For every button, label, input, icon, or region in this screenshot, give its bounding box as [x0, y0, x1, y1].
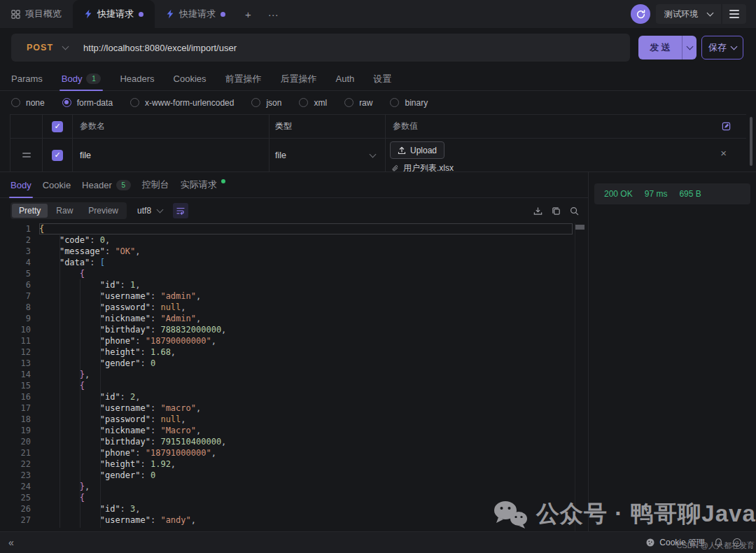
tab-label: Header	[82, 180, 112, 190]
code-line: 19 "nickname": "Macro",	[0, 425, 588, 436]
search-button[interactable]	[569, 206, 580, 216]
tab-前置操作[interactable]: 前置操作	[225, 67, 262, 90]
line-number: 12	[0, 346, 39, 358]
app-tab[interactable]: 快捷请求	[73, 0, 155, 28]
table-scrollbar[interactable]	[750, 117, 752, 166]
top-tab-bar: 项目概览快捷请求快捷请求 + ··· 测试环境	[0, 0, 756, 28]
tab-label: Cookies	[174, 74, 206, 84]
response-tab-控制台[interactable]: 控制台	[142, 172, 169, 197]
tab-label: Body	[10, 180, 31, 190]
editor-scrollbar-thumb[interactable]	[575, 225, 584, 230]
body-type-none[interactable]: none	[11, 98, 45, 108]
line-number: 3	[0, 246, 39, 257]
response-tab-实际请求[interactable]: 实际请求	[181, 172, 225, 197]
format-mode-raw[interactable]: Raw	[49, 204, 80, 218]
app-tab-label: 快捷请求	[179, 8, 216, 20]
upload-button[interactable]: Upload	[390, 141, 444, 159]
more-tabs-button[interactable]: ···	[260, 0, 287, 28]
collapse-sidebar-button[interactable]: «	[0, 537, 14, 548]
sync-button[interactable]	[631, 4, 650, 24]
grid-icon	[11, 10, 20, 19]
param-name-cell[interactable]: file	[73, 139, 270, 172]
bolt-icon	[84, 9, 92, 19]
line-content: "id": 2,	[39, 391, 573, 402]
select-all-checkbox[interactable]	[52, 121, 63, 132]
body-type-binary[interactable]: binary	[390, 98, 428, 108]
download-button[interactable]	[533, 206, 543, 216]
send-options-button[interactable]	[682, 36, 696, 59]
tab-auth[interactable]: Auth	[336, 67, 355, 90]
tab-label: 后置操作	[281, 73, 317, 85]
body-type-xml[interactable]: xml	[299, 98, 327, 108]
send-button[interactable]: 发 送	[638, 36, 696, 59]
body-type-form-data[interactable]: form-data	[62, 98, 113, 108]
word-wrap-icon	[176, 206, 186, 216]
code-lines: 1{2 "code": 0,3 "message": "OK",4 "data"…	[0, 223, 588, 526]
code-line: 1{	[0, 223, 588, 234]
body-type-raw[interactable]: raw	[344, 98, 372, 108]
format-mode-preview[interactable]: Preview	[81, 204, 125, 218]
response-body-editor[interactable]: 1{2 "code": 0,3 "message": "OK",4 "data"…	[0, 223, 588, 532]
app-tab-label: 快捷请求	[97, 8, 134, 20]
drag-handle-icon[interactable]	[22, 153, 31, 158]
line-content: {	[39, 223, 573, 234]
topbar-right: 测试环境	[631, 0, 756, 28]
tab-设置[interactable]: 设置	[373, 67, 391, 90]
row-checkbox[interactable]	[52, 150, 63, 161]
environment-select[interactable]: 测试环境	[656, 4, 721, 24]
line-number: 1	[0, 223, 39, 234]
format-mode-pretty[interactable]: Pretty	[12, 204, 48, 218]
send-button-label[interactable]: 发 送	[638, 36, 682, 59]
line-content: "username": "macro",	[39, 402, 573, 414]
watermark-text: 公众号 · 鸭哥聊Java	[536, 498, 756, 530]
new-tab-button[interactable]: +	[237, 0, 260, 28]
url-input[interactable]: http://localhost:8080/excel/import/user	[83, 43, 237, 53]
delete-row-button[interactable]: ×	[720, 148, 727, 158]
method-select[interactable]: POST	[11, 43, 68, 52]
encoding-select[interactable]: utf8	[137, 206, 162, 216]
radio-label: raw	[359, 98, 372, 108]
radio-label: x-www-form-urlencoded	[145, 98, 234, 108]
body-type-json[interactable]: json	[251, 98, 281, 108]
bulk-edit-icon[interactable]	[722, 122, 731, 131]
response-tab-header[interactable]: Header5	[82, 172, 131, 197]
table-header-row: 参数名 类型 参数值	[10, 115, 746, 139]
radio-label: xml	[314, 98, 327, 108]
tab-后置操作[interactable]: 后置操作	[281, 67, 317, 90]
word-wrap-button[interactable]	[173, 203, 188, 218]
tab-body[interactable]: Body1	[62, 67, 102, 90]
line-number: 6	[0, 279, 39, 290]
line-content: "nickname": "Macro",	[39, 425, 573, 436]
line-content: {	[39, 268, 573, 279]
app-tab[interactable]: 快捷请求	[155, 0, 237, 28]
tab-label: Body	[62, 74, 83, 84]
line-content: "username": "admin",	[39, 290, 573, 302]
radio-label: none	[26, 98, 45, 108]
line-number: 19	[0, 425, 39, 436]
tab-headers[interactable]: Headers	[120, 67, 154, 90]
tab-params[interactable]: Params	[11, 67, 43, 90]
tab-label: Auth	[336, 74, 355, 84]
line-number: 9	[0, 313, 39, 324]
response-panel: BodyCookieHeader5控制台实际请求 PrettyRawPrevie…	[0, 172, 589, 532]
radio-label: form-data	[77, 98, 113, 108]
tab-cookies[interactable]: Cookies	[174, 67, 206, 90]
line-content: "height": 1.68,	[39, 346, 573, 358]
uploaded-file-chip[interactable]: 用户列表.xlsx	[391, 162, 454, 172]
row-checkbox-cell	[43, 139, 73, 172]
save-button[interactable]: 保存	[701, 36, 743, 59]
app-tab[interactable]: 项目概览	[0, 0, 73, 28]
copy-button[interactable]	[551, 206, 561, 216]
tab-label: 前置操作	[225, 73, 262, 85]
code-line: 10 "birthday": 788832000000,	[0, 324, 588, 335]
tab-label: Cookie	[43, 180, 71, 190]
menu-button[interactable]	[722, 4, 746, 24]
body-type-x-www-form-urlencoded[interactable]: x-www-form-urlencoded	[130, 98, 234, 108]
param-type-select[interactable]: file	[270, 139, 386, 172]
encoding-label: utf8	[137, 206, 151, 216]
line-number: 25	[0, 492, 39, 503]
paperclip-icon	[391, 164, 399, 172]
response-tab-body[interactable]: Body	[10, 172, 31, 197]
response-tab-cookie[interactable]: Cookie	[43, 172, 71, 197]
line-content: "gender": 0	[39, 358, 573, 369]
